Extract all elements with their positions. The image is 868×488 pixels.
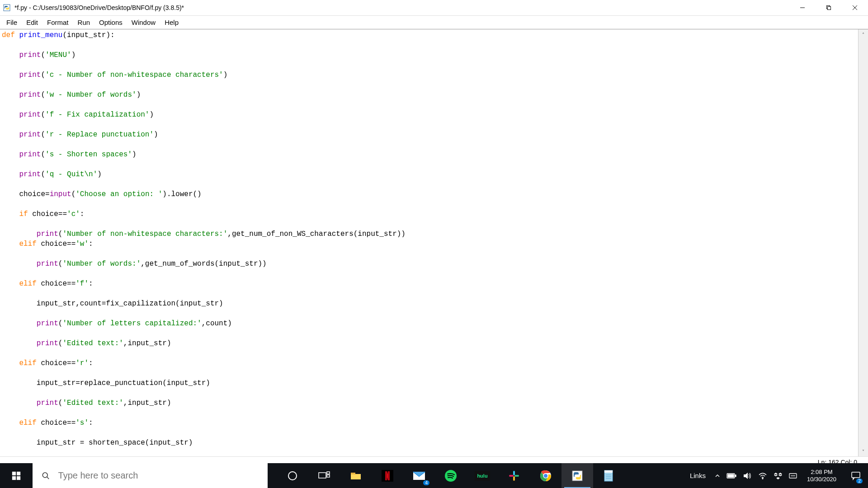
svg-point-10 (42, 473, 47, 478)
svg-rect-23 (513, 471, 515, 475)
search-icon (42, 471, 50, 480)
tray-overflow-icon[interactable] (715, 473, 720, 479)
menu-format[interactable]: Format (42, 17, 73, 28)
netflix-icon[interactable] (372, 463, 403, 488)
svg-text:hulu: hulu (477, 473, 487, 479)
python-idle-taskbar-icon[interactable] (561, 463, 593, 488)
menu-run[interactable]: Run (73, 17, 95, 28)
window-controls (789, 0, 868, 15)
svg-rect-42 (852, 472, 860, 478)
svg-rect-7 (17, 471, 20, 475)
svg-rect-37 (735, 475, 736, 477)
notification-badge: 2 (856, 479, 863, 483)
clock-time: 2:08 PM (807, 469, 836, 476)
svg-rect-32 (604, 470, 613, 473)
svg-rect-38 (728, 474, 734, 477)
scroll-down-icon[interactable]: ˅ (859, 446, 868, 456)
volume-icon[interactable] (743, 472, 752, 480)
action-center-icon[interactable]: 2 (846, 463, 865, 488)
file-explorer-icon[interactable] (340, 463, 372, 488)
menu-options[interactable]: Options (94, 17, 127, 28)
chrome-icon[interactable] (530, 463, 561, 488)
spotify-icon[interactable] (435, 463, 467, 488)
menu-help[interactable]: Help (160, 17, 183, 28)
close-button[interactable] (842, 0, 868, 15)
maximize-button[interactable] (816, 0, 842, 15)
svg-rect-18 (385, 471, 387, 480)
taskbar-apps: 4 hulu (268, 463, 687, 488)
vertical-scrollbar[interactable]: ˄ ˅ (858, 29, 868, 456)
python-idle-icon (3, 4, 11, 12)
hulu-icon[interactable]: hulu (467, 463, 498, 488)
svg-rect-6 (12, 471, 16, 475)
taskbar-clock[interactable]: 2:08 PM 10/30/2020 (803, 469, 840, 483)
system-tray: Links 2:08 PM 10/30/2020 2 (687, 463, 868, 488)
wifi-icon[interactable] (758, 472, 767, 479)
svg-line-11 (47, 477, 49, 479)
input-indicator-icon[interactable] (789, 472, 797, 479)
scroll-up-icon[interactable]: ˄ (859, 29, 868, 39)
svg-rect-13 (319, 473, 326, 478)
code-editor[interactable]: def print_menu(input_str): print('MENU')… (0, 29, 858, 456)
svg-rect-3 (828, 7, 831, 10)
svg-rect-15 (327, 475, 330, 477)
titlebar: *f.py - C:/Users/19083/OneDrive/Desktop/… (0, 0, 868, 16)
minimize-button[interactable] (789, 0, 816, 15)
mail-badge: 4 (423, 480, 429, 485)
battery-icon[interactable] (726, 473, 736, 479)
menu-file[interactable]: File (2, 17, 22, 28)
menu-edit[interactable]: Edit (22, 17, 42, 28)
dropbox-icon[interactable] (774, 472, 783, 480)
taskbar: 4 hulu Links 2:08 PM 10/30/2020 2 (0, 463, 868, 488)
svg-rect-24 (514, 475, 519, 477)
cortana-icon[interactable] (277, 463, 308, 488)
mail-icon[interactable]: 4 (403, 463, 435, 488)
start-button[interactable] (0, 463, 33, 488)
clock-date: 10/30/2020 (807, 476, 836, 483)
menubar: FileEditFormatRunOptionsWindowHelp (0, 16, 868, 29)
svg-rect-16 (351, 473, 355, 474)
svg-rect-8 (12, 476, 16, 479)
taskbar-search[interactable] (33, 463, 268, 488)
search-input[interactable] (58, 470, 268, 481)
menu-window[interactable]: Window (127, 17, 160, 28)
svg-rect-19 (388, 471, 390, 480)
window-title: *f.py - C:/Users/19083/OneDrive/Desktop/… (14, 4, 789, 11)
slack-icon[interactable] (498, 463, 530, 488)
notepad-icon[interactable] (593, 463, 625, 488)
task-view-icon[interactable] (308, 463, 340, 488)
svg-point-12 (288, 472, 297, 480)
links-toolbar[interactable]: Links (687, 472, 708, 479)
svg-point-39 (762, 478, 763, 479)
svg-rect-25 (513, 476, 515, 481)
svg-rect-26 (509, 475, 514, 477)
svg-rect-9 (17, 476, 20, 479)
svg-rect-14 (327, 472, 330, 474)
